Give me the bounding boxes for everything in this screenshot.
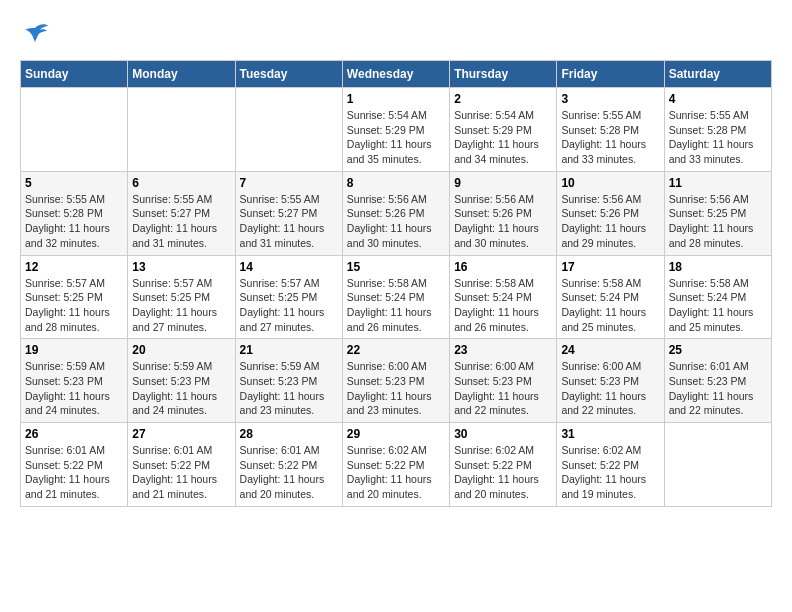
calendar-cell: 21Sunrise: 5:59 AM Sunset: 5:23 PM Dayli… xyxy=(235,339,342,423)
day-info: Sunrise: 5:58 AM Sunset: 5:24 PM Dayligh… xyxy=(454,276,552,335)
calendar-cell: 25Sunrise: 6:01 AM Sunset: 5:23 PM Dayli… xyxy=(664,339,771,423)
day-info: Sunrise: 5:59 AM Sunset: 5:23 PM Dayligh… xyxy=(25,359,123,418)
day-info: Sunrise: 5:54 AM Sunset: 5:29 PM Dayligh… xyxy=(454,108,552,167)
day-info: Sunrise: 5:57 AM Sunset: 5:25 PM Dayligh… xyxy=(25,276,123,335)
day-info: Sunrise: 6:01 AM Sunset: 5:22 PM Dayligh… xyxy=(25,443,123,502)
day-info: Sunrise: 5:56 AM Sunset: 5:26 PM Dayligh… xyxy=(347,192,445,251)
calendar-cell xyxy=(128,88,235,172)
day-info: Sunrise: 5:55 AM Sunset: 5:28 PM Dayligh… xyxy=(25,192,123,251)
calendar-cell xyxy=(235,88,342,172)
day-info: Sunrise: 5:57 AM Sunset: 5:25 PM Dayligh… xyxy=(240,276,338,335)
day-number: 23 xyxy=(454,343,552,357)
calendar-cell: 19Sunrise: 5:59 AM Sunset: 5:23 PM Dayli… xyxy=(21,339,128,423)
calendar-cell: 7Sunrise: 5:55 AM Sunset: 5:27 PM Daylig… xyxy=(235,171,342,255)
day-info: Sunrise: 6:01 AM Sunset: 5:23 PM Dayligh… xyxy=(669,359,767,418)
day-number: 19 xyxy=(25,343,123,357)
day-info: Sunrise: 6:02 AM Sunset: 5:22 PM Dayligh… xyxy=(454,443,552,502)
page-header xyxy=(20,20,772,50)
calendar-week-5: 26Sunrise: 6:01 AM Sunset: 5:22 PM Dayli… xyxy=(21,423,772,507)
day-number: 9 xyxy=(454,176,552,190)
calendar-cell: 26Sunrise: 6:01 AM Sunset: 5:22 PM Dayli… xyxy=(21,423,128,507)
logo xyxy=(20,20,54,50)
calendar-cell: 13Sunrise: 5:57 AM Sunset: 5:25 PM Dayli… xyxy=(128,255,235,339)
calendar-cell: 12Sunrise: 5:57 AM Sunset: 5:25 PM Dayli… xyxy=(21,255,128,339)
day-info: Sunrise: 6:00 AM Sunset: 5:23 PM Dayligh… xyxy=(347,359,445,418)
day-info: Sunrise: 5:56 AM Sunset: 5:26 PM Dayligh… xyxy=(561,192,659,251)
day-number: 5 xyxy=(25,176,123,190)
day-number: 2 xyxy=(454,92,552,106)
day-info: Sunrise: 5:57 AM Sunset: 5:25 PM Dayligh… xyxy=(132,276,230,335)
day-info: Sunrise: 5:55 AM Sunset: 5:27 PM Dayligh… xyxy=(132,192,230,251)
day-info: Sunrise: 6:01 AM Sunset: 5:22 PM Dayligh… xyxy=(240,443,338,502)
day-number: 16 xyxy=(454,260,552,274)
day-number: 10 xyxy=(561,176,659,190)
weekday-header-tuesday: Tuesday xyxy=(235,61,342,88)
calendar-cell: 24Sunrise: 6:00 AM Sunset: 5:23 PM Dayli… xyxy=(557,339,664,423)
day-number: 18 xyxy=(669,260,767,274)
day-number: 24 xyxy=(561,343,659,357)
weekday-header-sunday: Sunday xyxy=(21,61,128,88)
calendar-cell: 17Sunrise: 5:58 AM Sunset: 5:24 PM Dayli… xyxy=(557,255,664,339)
calendar-cell xyxy=(664,423,771,507)
calendar-cell: 18Sunrise: 5:58 AM Sunset: 5:24 PM Dayli… xyxy=(664,255,771,339)
calendar-body: 1Sunrise: 5:54 AM Sunset: 5:29 PM Daylig… xyxy=(21,88,772,507)
day-number: 1 xyxy=(347,92,445,106)
day-info: Sunrise: 5:55 AM Sunset: 5:27 PM Dayligh… xyxy=(240,192,338,251)
day-info: Sunrise: 5:58 AM Sunset: 5:24 PM Dayligh… xyxy=(347,276,445,335)
calendar-cell: 2Sunrise: 5:54 AM Sunset: 5:29 PM Daylig… xyxy=(450,88,557,172)
calendar-cell: 29Sunrise: 6:02 AM Sunset: 5:22 PM Dayli… xyxy=(342,423,449,507)
day-number: 12 xyxy=(25,260,123,274)
day-number: 30 xyxy=(454,427,552,441)
calendar-cell: 27Sunrise: 6:01 AM Sunset: 5:22 PM Dayli… xyxy=(128,423,235,507)
calendar-cell: 15Sunrise: 5:58 AM Sunset: 5:24 PM Dayli… xyxy=(342,255,449,339)
calendar-cell: 31Sunrise: 6:02 AM Sunset: 5:22 PM Dayli… xyxy=(557,423,664,507)
day-number: 14 xyxy=(240,260,338,274)
calendar-cell: 16Sunrise: 5:58 AM Sunset: 5:24 PM Dayli… xyxy=(450,255,557,339)
weekday-header-wednesday: Wednesday xyxy=(342,61,449,88)
weekday-header-thursday: Thursday xyxy=(450,61,557,88)
calendar-cell: 6Sunrise: 5:55 AM Sunset: 5:27 PM Daylig… xyxy=(128,171,235,255)
logo-bird-icon xyxy=(20,20,50,50)
weekday-header-saturday: Saturday xyxy=(664,61,771,88)
calendar-cell: 14Sunrise: 5:57 AM Sunset: 5:25 PM Dayli… xyxy=(235,255,342,339)
calendar-cell: 23Sunrise: 6:00 AM Sunset: 5:23 PM Dayli… xyxy=(450,339,557,423)
calendar-week-3: 12Sunrise: 5:57 AM Sunset: 5:25 PM Dayli… xyxy=(21,255,772,339)
day-number: 25 xyxy=(669,343,767,357)
calendar-cell: 4Sunrise: 5:55 AM Sunset: 5:28 PM Daylig… xyxy=(664,88,771,172)
day-number: 8 xyxy=(347,176,445,190)
day-number: 15 xyxy=(347,260,445,274)
calendar-week-1: 1Sunrise: 5:54 AM Sunset: 5:29 PM Daylig… xyxy=(21,88,772,172)
calendar-cell: 28Sunrise: 6:01 AM Sunset: 5:22 PM Dayli… xyxy=(235,423,342,507)
calendar-cell: 1Sunrise: 5:54 AM Sunset: 5:29 PM Daylig… xyxy=(342,88,449,172)
day-info: Sunrise: 5:56 AM Sunset: 5:26 PM Dayligh… xyxy=(454,192,552,251)
calendar-cell: 30Sunrise: 6:02 AM Sunset: 5:22 PM Dayli… xyxy=(450,423,557,507)
day-number: 11 xyxy=(669,176,767,190)
calendar-cell: 3Sunrise: 5:55 AM Sunset: 5:28 PM Daylig… xyxy=(557,88,664,172)
day-info: Sunrise: 5:56 AM Sunset: 5:25 PM Dayligh… xyxy=(669,192,767,251)
day-number: 3 xyxy=(561,92,659,106)
day-number: 17 xyxy=(561,260,659,274)
calendar-cell: 8Sunrise: 5:56 AM Sunset: 5:26 PM Daylig… xyxy=(342,171,449,255)
calendar-week-2: 5Sunrise: 5:55 AM Sunset: 5:28 PM Daylig… xyxy=(21,171,772,255)
day-info: Sunrise: 5:58 AM Sunset: 5:24 PM Dayligh… xyxy=(561,276,659,335)
day-number: 31 xyxy=(561,427,659,441)
calendar-table: SundayMondayTuesdayWednesdayThursdayFrid… xyxy=(20,60,772,507)
day-number: 29 xyxy=(347,427,445,441)
day-number: 26 xyxy=(25,427,123,441)
calendar-cell: 10Sunrise: 5:56 AM Sunset: 5:26 PM Dayli… xyxy=(557,171,664,255)
day-info: Sunrise: 6:01 AM Sunset: 5:22 PM Dayligh… xyxy=(132,443,230,502)
weekday-header-friday: Friday xyxy=(557,61,664,88)
day-number: 6 xyxy=(132,176,230,190)
day-number: 7 xyxy=(240,176,338,190)
day-info: Sunrise: 6:00 AM Sunset: 5:23 PM Dayligh… xyxy=(561,359,659,418)
day-info: Sunrise: 5:55 AM Sunset: 5:28 PM Dayligh… xyxy=(669,108,767,167)
calendar-cell: 9Sunrise: 5:56 AM Sunset: 5:26 PM Daylig… xyxy=(450,171,557,255)
day-number: 13 xyxy=(132,260,230,274)
day-number: 27 xyxy=(132,427,230,441)
day-info: Sunrise: 6:00 AM Sunset: 5:23 PM Dayligh… xyxy=(454,359,552,418)
day-number: 28 xyxy=(240,427,338,441)
calendar-cell: 22Sunrise: 6:00 AM Sunset: 5:23 PM Dayli… xyxy=(342,339,449,423)
day-info: Sunrise: 5:59 AM Sunset: 5:23 PM Dayligh… xyxy=(132,359,230,418)
calendar-week-4: 19Sunrise: 5:59 AM Sunset: 5:23 PM Dayli… xyxy=(21,339,772,423)
calendar-cell: 11Sunrise: 5:56 AM Sunset: 5:25 PM Dayli… xyxy=(664,171,771,255)
